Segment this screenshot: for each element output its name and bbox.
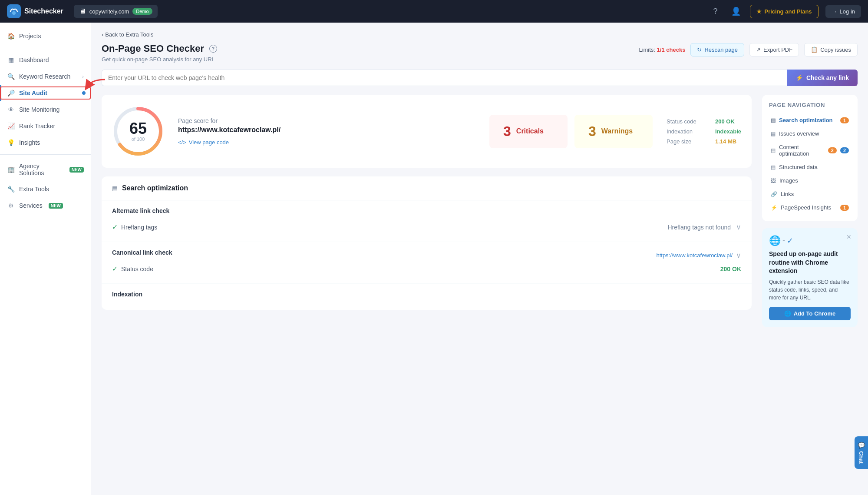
nav-pagespeed[interactable]: ⚡ PageSpeed Insights 1 <box>769 201 851 214</box>
score-url: https://www.kotcafewroclaw.pl/ <box>178 126 475 134</box>
rank-icon: 📈 <box>7 122 15 130</box>
main-section: 65 of 100 Page score for https://www.kot… <box>102 95 752 327</box>
site-selector[interactable]: 🖥 copywritely.com Demo <box>74 5 158 18</box>
chat-button[interactable]: 💬 Chat <box>855 436 868 469</box>
expand-icon[interactable]: ∨ <box>736 223 741 231</box>
page-header: On-Page SEO Checker ? Get quick on-page … <box>102 43 858 63</box>
chrome-btn-icon: 🌐 <box>784 310 791 317</box>
so-badge: 1 <box>840 117 849 123</box>
url-input[interactable] <box>102 70 787 86</box>
canonical-check-icon: ✓ <box>112 265 118 273</box>
nav-issues-overview[interactable]: ▤ Issues overview <box>769 127 851 140</box>
alternate-link-check: Alternate link check ✓ Hreflang tags Hre… <box>102 200 752 242</box>
hreflang-item: ✓ Hreflang tags Hreflang tags not found … <box>112 219 741 235</box>
sidebar-item-services[interactable]: ⚙ Services NEW <box>0 197 91 214</box>
search-optimization-section: ▤ Search optimization Alternate link che… <box>102 176 752 310</box>
page-nav-panel: Page navigation ▤ Search optimization 1 … <box>762 95 858 221</box>
sidebar-item-site-audit[interactable]: 🔎 Site Audit <box>0 85 91 101</box>
export-icon: ↗ <box>756 47 761 53</box>
page-title: On-Page SEO Checker ? <box>102 43 217 54</box>
right-navigation: Page navigation ▤ Search optimization 1 … <box>762 95 858 327</box>
chrome-extension-card: ✕ 🌐 - ✓ Speed up on-page audit routine w… <box>762 228 858 327</box>
nav-images[interactable]: 🖼 Images <box>769 174 851 187</box>
chrome-icon: 🌐 <box>769 235 781 246</box>
nav-links-icon: 🔗 <box>771 191 777 197</box>
top-navigation: Sitechecker 🖥 copywritely.com Demo ? 👤 ★… <box>0 0 868 23</box>
login-button[interactable]: → Log in <box>825 5 861 18</box>
sidebar-item-site-monitoring[interactable]: 👁 Site Monitoring <box>0 101 91 118</box>
sidebar-item-extra-tools[interactable]: 🔧 Extra Tools <box>0 181 91 197</box>
chevron-left-icon: ‹ <box>102 31 103 38</box>
score-card: 65 of 100 Page score for https://www.kot… <box>102 95 752 168</box>
page-nav-title: Page navigation <box>769 102 851 108</box>
nav-sd-icon: ▤ <box>771 164 776 170</box>
score-circle: 65 of 100 <box>112 105 164 157</box>
issue-boxes: 3 Criticals 3 Warnings Status code 200 O… <box>489 115 741 148</box>
services-icon: ⚙ <box>7 202 15 209</box>
check-mark-icon: ✓ <box>787 236 793 246</box>
warnings-box: 3 Warnings <box>574 115 653 148</box>
nav-img-icon: 🖼 <box>771 178 776 184</box>
nav-structured-data[interactable]: ▤ Structured data <box>769 160 851 174</box>
sidebar-item-projects[interactable]: 🏠 Projects <box>0 28 91 44</box>
demo-badge: Demo <box>132 8 152 15</box>
view-code-link[interactable]: </> View page code <box>178 139 475 146</box>
back-link[interactable]: ‹ Back to Extra Tools <box>102 31 858 38</box>
nav-search-optimization[interactable]: ▤ Search optimization 1 <box>769 113 851 127</box>
main-content: ‹ Back to Extra Tools On-Page SEO Checke… <box>91 23 868 495</box>
pricing-button[interactable]: ★ Pricing and Plans <box>750 5 818 18</box>
score-details: Page score for https://www.kotcafewrocla… <box>178 117 475 146</box>
page-size-row: Page size 1.14 MB <box>667 138 741 145</box>
status-grid: Status code 200 OK Indexation Indexable … <box>667 118 741 145</box>
ps-badge: 1 <box>840 205 849 211</box>
add-to-chrome-button[interactable]: 🌐 Add To Chrome <box>769 307 851 320</box>
sidebar-item-dashboard[interactable]: ▦ Dashboard <box>0 52 91 68</box>
star-icon: ★ <box>756 8 762 15</box>
indexation-row: Indexation Indexable <box>667 128 741 135</box>
canonical-status-item: ✓ Status code 200 OK <box>112 261 741 276</box>
add-user-button[interactable]: 👤 <box>729 4 743 18</box>
sidebar-divider-2 <box>0 154 91 155</box>
sidebar-item-keyword-research[interactable]: 🔍 Keyword Research › <box>0 68 91 85</box>
co-badge-blue: 2 <box>840 147 849 153</box>
sidebar-item-insights[interactable]: 💡 Insights <box>0 134 91 151</box>
services-new-badge: NEW <box>49 203 63 209</box>
nav-content-optimization[interactable]: ▤ Content optimization 2 2 <box>769 140 851 160</box>
logo[interactable]: Sitechecker <box>7 4 63 18</box>
rescan-button[interactable]: ↻ Rescan page <box>690 43 744 56</box>
close-button[interactable]: ✕ <box>845 233 853 241</box>
nav-co-icon: ▤ <box>771 147 776 153</box>
content-layout: 65 of 100 Page score for https://www.kot… <box>102 95 858 327</box>
page-title-section: On-Page SEO Checker ? Get quick on-page … <box>102 43 217 63</box>
monitoring-icon: 👁 <box>7 106 15 113</box>
canonical-expand-icon[interactable]: ∨ <box>736 251 741 259</box>
chrome-card-description: Quickly gather basic SEO data like statu… <box>769 278 851 302</box>
home-icon: 🏠 <box>7 32 15 40</box>
nav-ps-icon: ⚡ <box>771 205 777 211</box>
insights-icon: 💡 <box>7 139 15 146</box>
canonical-url-link[interactable]: https://www.kotcafewroclaw.pl/ <box>656 252 733 259</box>
tools-icon: 🔧 <box>7 185 15 193</box>
indexation-section: Indexation <box>102 284 752 310</box>
chrome-icons: 🌐 - ✓ <box>769 235 851 246</box>
refresh-icon: ↻ <box>697 47 702 53</box>
info-icon[interactable]: ? <box>209 45 217 53</box>
status-code-row: Status code 200 OK <box>667 118 741 125</box>
code-icon: </> <box>178 139 186 146</box>
copy-issues-button[interactable]: 📋 Copy issues <box>804 43 858 56</box>
nav-io-icon: ▤ <box>771 131 776 137</box>
sidebar-item-agency-solutions[interactable]: 🏢 Agency Solutions NEW <box>0 158 91 181</box>
limits-value[interactable]: 1/1 checks <box>657 47 686 53</box>
copy-icon: 📋 <box>811 47 818 53</box>
export-pdf-button[interactable]: ↗ Export PDF <box>749 43 799 56</box>
nav-links[interactable]: 🔗 Links <box>769 187 851 201</box>
sidebar-item-rank-tracker[interactable]: 📈 Rank Tracker <box>0 118 91 134</box>
check-link-button[interactable]: ⚡ Check any link <box>787 70 858 86</box>
new-badge: NEW <box>69 167 84 173</box>
search-opt-icon: ▤ <box>112 185 118 192</box>
keyword-icon: 🔍 <box>7 73 15 80</box>
help-button[interactable]: ? <box>708 4 722 18</box>
co-badge-orange: 2 <box>828 147 837 153</box>
active-indicator <box>82 91 86 95</box>
lightning-icon: ⚡ <box>795 74 803 81</box>
